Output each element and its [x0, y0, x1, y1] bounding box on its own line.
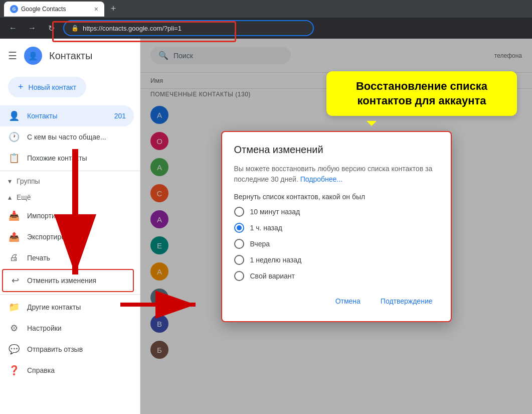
new-contact-button[interactable]: + Новый контакт	[8, 77, 86, 97]
radio-group: 10 минут назад 1 ч. назад Вчера 1 неделю…	[234, 207, 439, 281]
radio-option-2[interactable]: 1 ч. назад	[234, 223, 439, 233]
undo-label: Отменить изменения	[27, 277, 96, 285]
url-text: https://contacts.google.com/?pli=1	[83, 25, 182, 32]
more-label: Ещё	[17, 193, 31, 201]
contacts-label: Контакты	[27, 112, 57, 120]
radio-circle-3	[234, 239, 244, 249]
radio-circle-1	[234, 207, 244, 217]
radio-circle-2	[234, 223, 244, 233]
radio-option-1[interactable]: 10 минут назад	[234, 207, 439, 217]
modal-title: Отмена изменений	[234, 144, 439, 156]
chevron-down-icon: ▾	[8, 177, 12, 185]
refresh-button[interactable]: ↻	[44, 21, 58, 35]
other-label: Другие контакты	[27, 303, 81, 311]
address-bar[interactable]: 🔒 https://contacts.google.com/?pli=1	[63, 20, 314, 36]
radio-circle-5	[234, 271, 244, 281]
help-label: Справка	[27, 366, 55, 374]
settings-label: Настройки	[27, 324, 62, 332]
back-button[interactable]: ←	[6, 21, 20, 35]
undo-icon: ↩	[9, 275, 21, 286]
radio-label-5: Свой вариант	[250, 272, 295, 280]
tab-favicon: G	[10, 5, 18, 13]
confirm-button[interactable]: Подтверждение	[375, 293, 439, 309]
forward-button[interactable]: →	[25, 21, 39, 35]
radio-option-5[interactable]: Свой вариант	[234, 271, 439, 281]
groups-label: Группы	[17, 177, 40, 185]
modal-actions: Отмена Подтверждение	[234, 293, 439, 309]
radio-label-1: 10 минут назад	[250, 208, 300, 216]
export-label: Экспортировать	[27, 233, 79, 241]
radio-option-4[interactable]: 1 неделю назад	[234, 255, 439, 265]
frequent-label: С кем вы часто общае...	[27, 133, 106, 141]
tab-close-button[interactable]: ×	[94, 5, 98, 13]
groups-section[interactable]: ▾ Группы	[0, 173, 140, 189]
app-avatar: 👤	[24, 47, 42, 65]
speech-bubble: Восстановление списка контактов для акка…	[326, 71, 517, 116]
address-bar-row: ← → ↻ 🔒 https://contacts.google.com/?pli…	[0, 18, 532, 39]
radio-label-3: Вчера	[250, 240, 270, 248]
radio-circle-4	[234, 255, 244, 265]
tab-title: Google Contacts	[21, 6, 91, 13]
import-icon: 📥	[8, 210, 20, 221]
sidebar: ☰ 👤 Контакты + Новый контакт 👤 Контакты …	[0, 39, 140, 414]
sidebar-item-settings[interactable]: ⚙ Настройки	[0, 318, 134, 339]
hamburger-icon[interactable]: ☰	[8, 50, 17, 62]
similar-icon: 📋	[8, 153, 20, 164]
more-section[interactable]: ▴ Ещё	[0, 189, 140, 205]
print-icon: 🖨	[8, 252, 20, 263]
sidebar-header: ☰ 👤 Контакты	[0, 43, 140, 73]
nav-divider-1	[0, 171, 140, 171]
sidebar-item-contacts[interactable]: 👤 Контакты 201	[0, 105, 134, 126]
settings-icon: ⚙	[8, 323, 20, 334]
undo-changes-modal: Отмена изменений Вы можете восстановить …	[221, 131, 452, 322]
sidebar-item-similar[interactable]: 📋 Похожие контакты	[0, 148, 134, 169]
print-label: Печать	[27, 254, 50, 262]
other-icon: 📁	[8, 302, 20, 313]
sidebar-item-undo[interactable]: ↩ Отменить изменения	[2, 269, 134, 292]
feedback-label: Отправить отзыв	[27, 345, 83, 353]
new-contact-label: Новый контакт	[29, 83, 77, 91]
nav-divider-2	[0, 294, 140, 295]
sidebar-item-export[interactable]: 📤 Экспортировать	[0, 226, 134, 247]
modal-description: Вы можете восстановить любую версию спис…	[234, 164, 439, 185]
help-icon: ❓	[8, 365, 20, 376]
sidebar-item-print[interactable]: 🖨 Печать	[0, 247, 134, 268]
app-container: ☰ 👤 Контакты + Новый контакт 👤 Контакты …	[0, 39, 532, 414]
plus-icon: +	[18, 82, 24, 92]
import-label: Импортировать	[27, 212, 78, 220]
sidebar-item-feedback[interactable]: 💬 Отправить отзыв	[0, 339, 134, 360]
cancel-button[interactable]: Отмена	[329, 293, 367, 309]
app-title: Контакты	[49, 50, 92, 62]
similar-label: Похожие контакты	[27, 154, 87, 162]
lock-icon: 🔒	[71, 25, 79, 32]
contacts-badge: 201	[114, 112, 126, 120]
sidebar-item-frequent[interactable]: 🕐 С кем вы часто общае...	[0, 126, 134, 148]
new-tab-button[interactable]: +	[106, 2, 120, 16]
active-tab[interactable]: G Google Contacts ×	[4, 2, 104, 17]
contacts-icon: 👤	[8, 110, 20, 121]
browser-chrome: G Google Contacts × +	[0, 0, 532, 18]
sidebar-item-help[interactable]: ❓ Справка	[0, 360, 134, 381]
learn-more-link[interactable]: Подробнее...	[300, 175, 342, 183]
radio-option-3[interactable]: Вчера	[234, 239, 439, 249]
radio-label-4: 1 неделю назад	[250, 256, 302, 264]
sidebar-item-import[interactable]: 📥 Импортировать	[0, 205, 134, 226]
tab-bar: G Google Contacts × +	[4, 2, 120, 17]
feedback-icon: 💬	[8, 344, 20, 355]
sidebar-item-other[interactable]: 📁 Другие контакты	[0, 297, 134, 318]
chevron-up-icon: ▴	[8, 193, 12, 201]
radio-label-2: 1 ч. назад	[250, 224, 282, 232]
frequent-icon: 🕐	[8, 131, 20, 143]
export-icon: 📤	[8, 231, 20, 242]
modal-subtitle: Вернуть список контактов, какой он был	[234, 193, 439, 201]
